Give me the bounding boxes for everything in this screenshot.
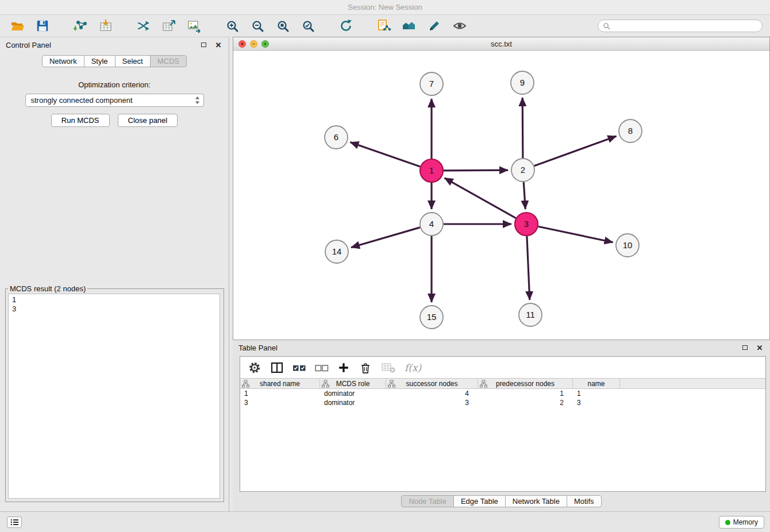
tab-edge-table[interactable]: Edge Table (453, 495, 506, 507)
houses-icon (401, 18, 417, 33)
search-box[interactable] (598, 20, 763, 32)
svg-text:1: 1 (429, 165, 434, 175)
graph-edge-3-11[interactable] (527, 236, 530, 300)
window-zoom-button[interactable]: + (261, 40, 269, 48)
network-window-titlebar: scc.txt × − + (233, 37, 769, 51)
annotation-button[interactable] (422, 17, 447, 35)
export-table-button[interactable] (156, 17, 182, 35)
graph-node-7[interactable]: 7 (420, 72, 443, 95)
tab-node-table[interactable]: Node Table (401, 495, 454, 507)
graph-edge-2-8[interactable] (534, 136, 617, 166)
select-all-button[interactable] (292, 360, 306, 375)
dropdown-value: strongly connected component (31, 96, 133, 105)
run-mcds-button[interactable]: Run MCDS (51, 114, 110, 127)
new-network-button[interactable] (131, 17, 156, 35)
tab-motifs[interactable]: Motifs (567, 495, 602, 507)
graph-edge-1-2[interactable] (444, 170, 508, 171)
tab-select[interactable]: Select (115, 55, 151, 67)
column-header-shared-name[interactable]: shared name (240, 379, 320, 388)
zoom-in-button[interactable] (220, 17, 245, 35)
graph-node-2[interactable]: 2 (511, 159, 534, 182)
deselect-all-button[interactable] (315, 360, 329, 375)
graph-edge-3-1[interactable] (445, 178, 516, 218)
tab-network-table[interactable]: Network Table (505, 495, 567, 507)
zoom-selected-button[interactable] (295, 17, 321, 35)
zoom-out-button[interactable] (245, 17, 270, 35)
close-panel-button[interactable]: Close panel (118, 114, 178, 127)
export-image-button[interactable] (182, 17, 207, 35)
import-table-button[interactable] (93, 17, 118, 35)
svg-text:3: 3 (524, 219, 529, 229)
float-panel-button[interactable] (199, 40, 208, 49)
tab-mcds[interactable]: MCDS (150, 55, 187, 67)
memory-button[interactable]: Memory (719, 516, 764, 529)
table-panel-header: Table Panel ✕ (233, 340, 770, 355)
table-row[interactable]: 1dominator411 (240, 389, 765, 398)
table-row[interactable]: 3dominator323 (240, 398, 765, 407)
close-icon: ✕ (215, 41, 222, 49)
graph-node-11[interactable]: 11 (519, 303, 542, 326)
open-file-button[interactable] (5, 17, 30, 35)
graph-edge-2-3[interactable] (523, 182, 525, 209)
duplicate-network-button[interactable] (371, 17, 396, 35)
network-graph[interactable]: 7968124314101511 (233, 51, 769, 340)
node-table-body: 1dominator4113dominator323 (240, 389, 765, 407)
window-close-button[interactable]: × (238, 40, 246, 48)
show-panels-button[interactable] (7, 516, 22, 528)
column-header-mcds-role[interactable]: MCDS role (320, 379, 386, 388)
graph-edge-2-9[interactable] (522, 98, 523, 158)
save-session-button[interactable] (30, 17, 55, 35)
column-header-successor-nodes[interactable]: successor nodes (386, 379, 478, 388)
graph-node-1[interactable]: 1 (420, 159, 443, 182)
network-window-title: scc.txt (233, 40, 769, 48)
function-builder-button[interactable]: f(x) (405, 360, 421, 375)
graph-node-4[interactable]: 4 (420, 213, 443, 236)
mcds-result-item[interactable]: 3 (12, 304, 216, 314)
trash-icon (359, 361, 372, 375)
graph-node-15[interactable]: 15 (420, 306, 443, 329)
table-header-row: shared name MCDS role (240, 378, 765, 389)
table-cell: dominator (320, 399, 386, 407)
show-columns-button[interactable] (270, 360, 284, 375)
mcds-result-item[interactable]: 1 (12, 295, 216, 304)
show-all-networks-button[interactable] (396, 17, 422, 35)
graph-node-10[interactable]: 10 (616, 234, 639, 257)
main-toolbar (0, 15, 770, 37)
graph-node-8[interactable]: 8 (619, 119, 642, 142)
search-input[interactable] (613, 22, 757, 30)
graph-edge-1-6[interactable] (351, 142, 421, 167)
memory-status-icon (725, 520, 730, 525)
graph-node-14[interactable]: 14 (325, 240, 348, 263)
pencil-icon (427, 18, 442, 33)
control-panel-header: Control Panel ✕ (0, 37, 229, 52)
graph-node-6[interactable]: 6 (325, 126, 348, 149)
tab-network[interactable]: Network (42, 55, 84, 67)
graph-edge-3-10[interactable] (538, 226, 613, 242)
delete-column-button[interactable] (359, 360, 372, 375)
delete-table-button[interactable] (381, 360, 396, 375)
graph-node-9[interactable]: 9 (511, 71, 534, 94)
optimization-dropdown[interactable]: strongly connected component (25, 94, 204, 107)
control-panel-close-button[interactable]: ✕ (214, 40, 223, 49)
import-network-button[interactable] (68, 17, 93, 35)
graph-edge-4-14[interactable] (351, 228, 420, 248)
refresh-view-button[interactable] (333, 17, 359, 35)
table-cell: 3 (573, 399, 620, 407)
add-column-button[interactable] (337, 360, 350, 375)
zoom-fit-button[interactable] (270, 17, 295, 35)
table-panel-close-button[interactable]: ✕ (755, 343, 764, 352)
table-settings-button[interactable] (248, 360, 261, 375)
table-cell: 1 (240, 390, 320, 398)
graph-node-3[interactable]: 3 (515, 213, 538, 236)
table-float-panel-button[interactable] (740, 343, 749, 352)
memory-label: Memory (733, 518, 758, 526)
tab-style[interactable]: Style (84, 55, 116, 67)
float-window-icon (742, 345, 748, 350)
close-icon: ✕ (757, 344, 763, 352)
network-canvas[interactable]: 7968124314101511 (233, 51, 769, 340)
toggle-visibility-button[interactable] (447, 17, 472, 35)
mcds-result-list[interactable]: 1 3 (8, 294, 220, 499)
window-minimize-button[interactable]: − (250, 40, 257, 48)
column-header-name[interactable]: name (573, 379, 620, 388)
column-header-predecessor-nodes[interactable]: predecessor nodes (478, 379, 573, 388)
